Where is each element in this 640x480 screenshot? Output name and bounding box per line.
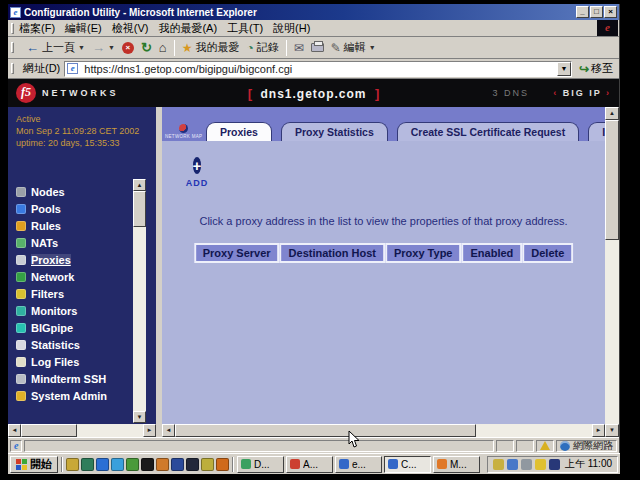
quick-launch-icon-10[interactable]: [201, 458, 214, 471]
display-settings-icon[interactable]: [521, 459, 532, 470]
tab-create-ssl-certificate-request[interactable]: Create SSL Certificate Request: [397, 122, 579, 141]
scroll-thumb[interactable]: [605, 120, 619, 240]
statistics-icon: [16, 340, 26, 350]
forward-button[interactable]: → ▼: [92, 40, 115, 55]
scroll-right-icon[interactable]: ►: [592, 424, 605, 437]
antivirus-icon[interactable]: [535, 459, 546, 470]
scroll-thumb[interactable]: [21, 424, 77, 437]
menu-item-favorites[interactable]: 我的最愛(A): [158, 21, 217, 36]
scroll-track[interactable]: [133, 227, 146, 411]
link-3dns[interactable]: 3 DNS: [493, 88, 530, 98]
add-proxy-button[interactable]: + ADD: [180, 155, 214, 188]
back-button[interactable]: ← 上一頁 ▼: [26, 40, 85, 55]
tab-install-ssl-certificate[interactable]: Install SSL Certificate: [588, 122, 605, 141]
task-button-2[interactable]: A...: [286, 456, 333, 473]
scroll-track[interactable]: [605, 240, 619, 424]
menu-item-view[interactable]: 檢視(V): [112, 21, 149, 36]
quick-launch-icon-3[interactable]: [96, 458, 109, 471]
window-title: Configuration Utility - Microsoft Intern…: [24, 7, 575, 18]
tab-strip: NETWORK MAP ProxiesProxy StatisticsCreat…: [162, 107, 605, 141]
status-warning-cell: [536, 440, 554, 452]
menu-bar-items: 檔案(F)編輯(E)檢視(V)我的最愛(A)工具(T)說明(H): [19, 21, 320, 36]
home-button[interactable]: ⌂: [159, 40, 167, 55]
column-delete: Delete: [522, 243, 573, 263]
scroll-thumb[interactable]: [133, 191, 146, 227]
scroll-up-icon[interactable]: ▲: [605, 107, 619, 120]
task-button-3[interactable]: e...: [335, 456, 382, 473]
toolbar-grip[interactable]: [11, 42, 14, 53]
favorites-button[interactable]: ★ 我的最愛: [182, 40, 240, 55]
quick-launch-icon-11[interactable]: [216, 458, 229, 471]
scroll-thumb[interactable]: [175, 424, 476, 437]
back-arrow-icon: ←: [26, 40, 39, 55]
stop-button[interactable]: ×: [122, 42, 134, 54]
menu-item-help[interactable]: 說明(H): [273, 21, 310, 36]
task-icon-5: [437, 459, 447, 469]
sidebar-vertical-scrollbar[interactable]: ▲ ▼: [133, 179, 146, 423]
volume-icon[interactable]: [493, 459, 504, 470]
go-button[interactable]: ↪ 移至: [576, 61, 616, 76]
taskbar-clock[interactable]: 上午 11:00: [565, 457, 612, 471]
task-button-1[interactable]: D...: [237, 456, 284, 473]
ie-throbber-logo: e: [597, 20, 618, 36]
task-button-5[interactable]: M...: [433, 456, 480, 473]
quick-launch-icon-7[interactable]: [156, 458, 169, 471]
quick-launch-icon-2[interactable]: [81, 458, 94, 471]
url-text[interactable]: https://dns1.getop.com/bigipgui/bigconf.…: [84, 63, 557, 75]
scroll-up-icon[interactable]: ▲: [133, 179, 146, 191]
minimize-button[interactable]: _: [576, 6, 589, 18]
instruction-text: Click a proxy address in the list to vie…: [162, 215, 605, 227]
print-button[interactable]: [311, 43, 324, 52]
start-button[interactable]: 開始: [10, 456, 58, 473]
edit-dropdown-caret[interactable]: ▼: [369, 44, 376, 51]
address-dropdown-button[interactable]: ▼: [557, 62, 571, 76]
link-bigip[interactable]: ‹ BIG IP ›: [553, 88, 611, 98]
network-icon: [16, 272, 26, 282]
quick-launch-icon-5[interactable]: [126, 458, 139, 471]
task-button-4[interactable]: C...: [384, 456, 431, 473]
title-bar: e Configuration Utility - Microsoft Inte…: [8, 4, 619, 20]
network-map-button[interactable]: NETWORK MAP: [165, 124, 201, 139]
edit-button[interactable]: ✎ 編輯 ▼: [331, 40, 376, 55]
add-plus-icon: +: [193, 157, 202, 174]
scroll-track[interactable]: [476, 424, 592, 437]
scroll-left-icon[interactable]: ◄: [8, 424, 21, 437]
page-vertical-scrollbar[interactable]: ▲ ▼: [605, 107, 619, 437]
ime-icon[interactable]: [549, 459, 560, 470]
menu-item-tools[interactable]: 工具(T): [227, 21, 263, 36]
forward-dropdown-caret[interactable]: ▼: [108, 44, 115, 51]
column-proxy-server: Proxy Server: [194, 243, 280, 263]
address-input[interactable]: e https://dns1.getop.com/bigipgui/bigcon…: [64, 61, 572, 77]
task-icon-4: [388, 459, 398, 469]
history-icon: ◔: [246, 41, 253, 55]
history-button[interactable]: ◔ 記錄: [246, 40, 278, 55]
quick-launch-icon-6[interactable]: [141, 458, 154, 471]
scroll-left-icon[interactable]: ◄: [162, 424, 175, 437]
menu-item-edit[interactable]: 編輯(E): [65, 21, 102, 36]
refresh-button[interactable]: ↻: [141, 40, 152, 55]
mail-button[interactable]: ✉: [294, 41, 304, 55]
scroll-right-icon[interactable]: ►: [143, 424, 156, 437]
close-button[interactable]: ×: [604, 6, 617, 18]
quick-launch-icon-1[interactable]: [66, 458, 79, 471]
address-grip[interactable]: [11, 63, 14, 74]
address-label: 網址(D): [23, 61, 60, 76]
scroll-down-icon[interactable]: ▼: [605, 424, 619, 437]
tab-proxies[interactable]: Proxies: [206, 122, 272, 141]
f5-logo: f5 NETWORKS: [16, 83, 176, 103]
quick-launch-icon-9[interactable]: [186, 458, 199, 471]
quick-launch-icon-8[interactable]: [171, 458, 184, 471]
scroll-track[interactable]: [77, 424, 143, 437]
sidebar-horizontal-scrollbar[interactable]: ◄ ►: [8, 424, 156, 437]
scroll-down-icon[interactable]: ▼: [133, 411, 146, 423]
column-destination-host: Destination Host: [280, 243, 385, 263]
network-status-icon[interactable]: [507, 459, 518, 470]
menu-grip[interactable]: [11, 23, 14, 34]
maximize-button[interactable]: □: [590, 6, 603, 18]
tab-proxy-statistics[interactable]: Proxy Statistics: [281, 122, 388, 141]
main-horizontal-scrollbar[interactable]: ◄ ►: [162, 424, 605, 437]
menu-item-file[interactable]: 檔案(F): [19, 21, 55, 36]
nats-icon: [16, 238, 26, 248]
quick-launch-icon-4[interactable]: [111, 458, 124, 471]
back-dropdown-caret[interactable]: ▼: [78, 44, 85, 51]
